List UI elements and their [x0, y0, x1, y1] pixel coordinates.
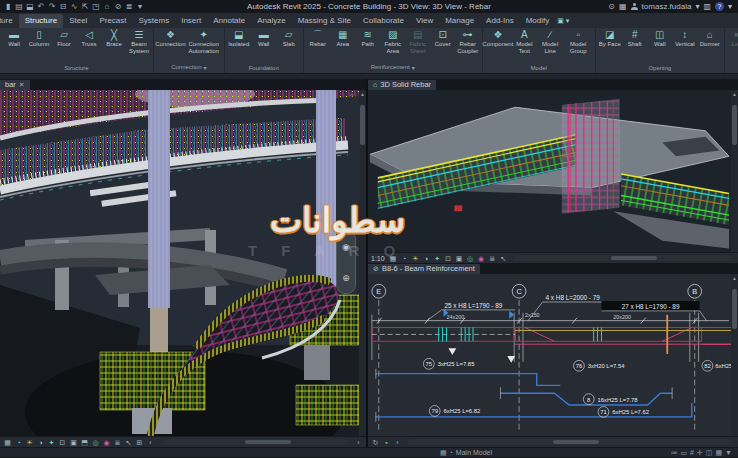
panel-label-structure[interactable]: Structure	[2, 64, 151, 73]
worksharing-display-icon[interactable]: ≣	[488, 254, 497, 263]
user-dropdown-icon[interactable]: ▾	[695, 2, 699, 11]
column-button[interactable]: ▯Column	[27, 29, 51, 48]
bar-mark[interactable]: 71	[600, 409, 607, 415]
select-pinned-icon[interactable]: ✛	[697, 449, 703, 457]
apps-icon[interactable]: ▦	[619, 2, 627, 11]
bar-mark[interactable]: 79	[431, 408, 438, 414]
filter-icon[interactable]: ▼	[725, 449, 732, 457]
rebar-button[interactable]: ⌒Rebar	[306, 29, 330, 48]
bottom-right-horizontal-scrollbar[interactable]	[408, 439, 731, 445]
connection-automation-button[interactable]: ✦Connection Automation	[186, 29, 222, 54]
ribbon-tab-analyze[interactable]: Analyze	[251, 14, 291, 28]
cart-icon[interactable]: ▥	[703, 2, 711, 11]
section-icon[interactable]: ⊘	[113, 2, 123, 11]
redo-icon[interactable]: ↷	[47, 2, 57, 11]
bar-mark[interactable]: 76	[576, 363, 583, 369]
brace-button[interactable]: ╳Brace	[102, 29, 126, 48]
3d-home-view-icon[interactable]: ⌂	[102, 2, 112, 11]
component-button[interactable]: ❖Component	[485, 29, 511, 48]
shadows-icon[interactable]: ◑	[422, 254, 431, 263]
rebar-spacing-tag[interactable]: 24x200	[446, 314, 464, 320]
displaced-elements-icon[interactable]: ↖	[124, 438, 133, 447]
design-option-icon[interactable]: ◔	[449, 449, 453, 457]
crop-region-icon[interactable]: ▣	[69, 438, 78, 447]
panel-label-datum[interactable]: Datum	[727, 64, 738, 73]
area-button[interactable]: ▦Area	[331, 29, 355, 48]
truss-button[interactable]: ◁Truss	[77, 29, 101, 48]
dormer-button[interactable]: ⌂Dormer	[698, 29, 722, 48]
close-view-icon[interactable]: ✕	[19, 80, 25, 90]
visual-style-icon[interactable]: ◔	[400, 254, 409, 263]
panel-label-reinforcement[interactable]: Reinforcement▾	[306, 63, 480, 73]
path-button[interactable]: ≋Path	[356, 29, 380, 48]
scroll-right-icon[interactable]: ›	[354, 438, 363, 447]
ribbon-tab-insert[interactable]: Insert	[175, 14, 207, 28]
crop-view-icon[interactable]: ⊡	[58, 438, 67, 447]
render-icon[interactable]: ✦	[47, 438, 56, 447]
bar-tag[interactable]: 6xH25	[715, 363, 731, 369]
selection-icon[interactable]: ‹	[146, 438, 155, 447]
lock-view-icon[interactable]: ⬒	[80, 438, 89, 447]
fabric-area-button[interactable]: ▨Fabric Area	[381, 29, 405, 54]
wall-button[interactable]: ◫Wall	[648, 29, 672, 48]
aligned-dimension-icon[interactable]: ⇱	[80, 2, 90, 11]
workset-icon[interactable]: ▦	[440, 449, 447, 457]
select-underlays-icon[interactable]: #	[690, 449, 694, 457]
crop-view-icon[interactable]: ⊡	[444, 254, 453, 263]
left-horizontal-scrollbar[interactable]	[161, 439, 348, 445]
sun-path-icon[interactable]: ☀	[25, 438, 34, 447]
reveal-hidden-icon[interactable]: ◉	[477, 254, 486, 263]
measure-icon[interactable]: ∿	[69, 2, 79, 11]
top-right-view-tab[interactable]: ⌂ 3D Solid Rebar	[368, 80, 436, 90]
bar-mark[interactable]: 82	[704, 363, 711, 369]
help-icon[interactable]: ?	[715, 2, 724, 11]
temporary-hide-icon[interactable]: ◎	[466, 254, 475, 263]
top-right-horizontal-scrollbar[interactable]	[514, 255, 731, 261]
ribbon-tab-modify[interactable]: Modify	[520, 14, 556, 28]
sync-icon[interactable]: ↻	[371, 438, 380, 447]
ribbon-tab-systems[interactable]: Systems	[133, 14, 176, 28]
save-icon[interactable]: ⬓	[25, 2, 35, 11]
rebar-spacing-tag[interactable]: 2x150	[525, 312, 540, 318]
view-scale[interactable]: 1:10	[371, 255, 385, 262]
panel-label-connection[interactable]: Connection▾	[156, 63, 222, 73]
flyout-arrow-icon[interactable]: ▾	[204, 64, 207, 71]
left-3d-canvas[interactable]: ^ ◉ ⊕ ▴	[0, 90, 366, 436]
panel-label-opening[interactable]: Opening	[598, 64, 722, 73]
pin-icon[interactable]: ▪	[382, 438, 391, 447]
floor-button[interactable]: ▱Floor	[52, 29, 76, 48]
sun-path-icon[interactable]: ☀	[411, 254, 420, 263]
undo-icon[interactable]: ↶	[36, 2, 46, 11]
drag-elements-icon[interactable]: ▦	[715, 449, 722, 457]
ribbon-tab-structure[interactable]: Structure	[19, 14, 63, 28]
left-vertical-scrollbar[interactable]: ▴	[359, 90, 366, 436]
isolated-button[interactable]: ⬓Isolated	[227, 29, 251, 48]
left-view-tab[interactable]: bar ✕	[0, 80, 30, 90]
reveal-hidden-icon[interactable]: ◉	[102, 438, 111, 447]
detail-level-icon[interactable]: ▦	[3, 438, 12, 447]
model-group-button[interactable]: ▫Model Group	[564, 29, 593, 54]
rebar-spacing-tag[interactable]: 20x200	[613, 314, 631, 320]
bar-tag[interactable]: 6xH25 L=6.82	[444, 408, 481, 414]
model-text-button[interactable]: AModel Text	[512, 29, 537, 54]
ribbon-tab-architecture[interactable]: Architecture	[0, 14, 19, 28]
section-canvas[interactable]: E C B	[368, 274, 738, 436]
panel-label-foundation[interactable]: Foundation	[227, 64, 301, 73]
detail-level-icon[interactable]: ▦	[389, 254, 398, 263]
bar-mark[interactable]: 75	[426, 361, 433, 367]
bar-tag[interactable]: 3xH20 L=7.54	[588, 363, 625, 369]
signed-in-user[interactable]: tomasz.fudala	[642, 2, 692, 11]
render-icon[interactable]: ✦	[433, 254, 442, 263]
worksharing-display-icon[interactable]: ≣	[113, 438, 122, 447]
ribbon-tab-precast[interactable]: Precast	[93, 14, 132, 28]
beam-system-button[interactable]: ☰Beam System	[127, 29, 151, 54]
by-face-button[interactable]: ◪By Face	[598, 29, 622, 48]
panel-label-model[interactable]: Model	[485, 64, 593, 73]
scroll-left-icon[interactable]: ‹	[393, 438, 402, 447]
search-icon[interactable]: ⊙	[608, 2, 615, 11]
vertical-button[interactable]: ↕Vertical	[673, 29, 697, 48]
open-icon[interactable]: ▤	[14, 2, 24, 11]
bar-tag[interactable]: 6xH25 L=7.62	[612, 409, 649, 415]
app-menu-icon[interactable]: ▮	[3, 2, 13, 11]
modify-selection-indicator[interactable]: ▣ ▾	[555, 17, 573, 28]
